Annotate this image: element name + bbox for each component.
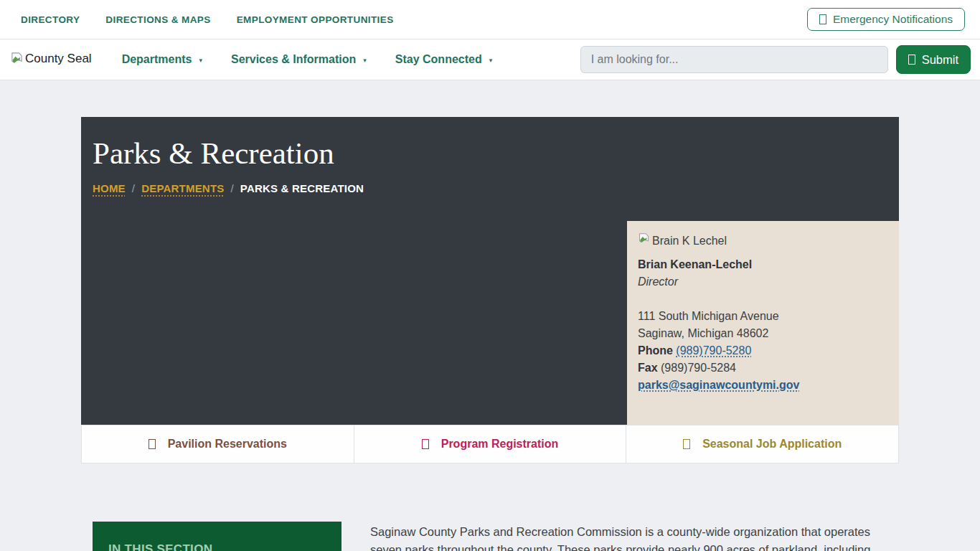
director-contact-card: Brain K Lechel Brian Keenan-Lechel Direc… [627,221,899,425]
in-this-section-title: IN THIS SECTION [108,542,341,551]
breadcrumb: HOME / DEPARTMENTS / PARKS & RECREATION [93,182,887,194]
chevron-down-icon: ▾ [199,57,202,64]
broken-image-icon [638,232,650,250]
section-nav-column: IN THIS SECTION [81,522,353,551]
address-line-2: Saginaw, Michigan 48602 [638,325,888,342]
fax-label: Fax [638,362,658,374]
chevron-down-icon: ▾ [489,57,493,64]
search-icon [908,55,915,65]
breadcrumb-current: PARKS & RECREATION [240,182,364,194]
breadcrumb-departments[interactable]: DEPARTMENTS [141,182,224,194]
county-seal-logo[interactable]: County Seal [10,52,92,68]
seasonal-job-application-icon [683,439,690,449]
chevron-down-icon: ▾ [363,57,367,64]
nav-menu-stay-connected[interactable]: Stay Connected ▾ [395,53,492,66]
program-registration-icon [422,439,429,449]
phone-link[interactable]: (989)790-5280 [676,344,751,357]
address-line-1: 111 South Michigan Avenue [638,308,888,325]
search-area: Submit [580,45,971,74]
broken-image-icon [10,52,24,68]
director-title: Director [638,273,888,291]
page-main: Parks & Recreation HOME / DEPARTMENTS / … [0,80,980,551]
search-submit-label: Submit [922,53,958,67]
fax-number: (989)790-5284 [661,362,736,374]
utility-links: DIRECTORY DIRECTIONS & MAPS EMPLOYMENT O… [21,14,394,25]
breadcrumb-home[interactable]: HOME [93,182,126,194]
seasonal-job-application-label: Seasonal Job Application [702,438,842,451]
main-navbar: County Seal Departments ▾ Services & Inf… [0,39,980,80]
search-input[interactable] [580,46,888,73]
seasonal-job-application-button[interactable]: Seasonal Job Application [626,425,899,463]
program-registration-label: Program Registration [441,438,559,451]
utility-link-employment[interactable]: EMPLOYMENT OPPORTUNITIES [237,14,394,25]
director-photo-alt-text: Brain K Lechel [652,232,727,250]
phone-label: Phone [638,344,673,357]
nav-menus: Departments ▾ Services & Information ▾ S… [122,53,493,66]
utility-link-directions-maps[interactable]: DIRECTIONS & MAPS [105,14,210,25]
page-body-row: IN THIS SECTION Saginaw County Parks and… [81,522,899,551]
utility-bar: DIRECTORY DIRECTIONS & MAPS EMPLOYMENT O… [0,0,980,39]
email-line: parks@saginawcountymi.gov [638,377,888,394]
intro-paragraph: Saginaw County Parks and Recreation Comm… [370,522,882,551]
in-this-section-header: IN THIS SECTION [93,522,341,551]
quick-action-row: Pavilion Reservations Program Registrati… [81,425,899,463]
nav-menu-services-label: Services & Information [231,53,356,66]
director-photo-broken: Brain K Lechel [638,232,888,250]
pavilion-reservations-label: Pavilion Reservations [168,438,287,451]
nav-menu-stay-connected-label: Stay Connected [395,53,482,66]
emergency-notifications-icon [819,14,826,24]
pavilion-reservations-button[interactable]: Pavilion Reservations [81,425,354,463]
director-name: Brian Keenan-Lechel [638,256,888,273]
program-registration-button[interactable]: Program Registration [354,425,627,463]
pavilion-reservations-icon [149,439,156,449]
intro-column: Saginaw County Parks and Recreation Comm… [353,522,899,551]
fax-line: Fax (989)790-5284 [638,359,888,377]
nav-menu-services-information[interactable]: Services & Information ▾ [231,53,367,66]
nav-menu-departments[interactable]: Departments ▾ [122,53,202,66]
page-hero: Parks & Recreation HOME / DEPARTMENTS / … [81,117,899,425]
emergency-notifications-button[interactable]: Emergency Notifications [807,8,965,31]
breadcrumb-separator: / [230,182,233,194]
county-seal-alt-text: County Seal [25,52,92,66]
emergency-notifications-label: Emergency Notifications [833,13,953,26]
phone-line: Phone (989)790-5280 [638,342,888,359]
email-link[interactable]: parks@saginawcountymi.gov [638,379,799,391]
search-submit-button[interactable]: Submit [896,45,971,74]
breadcrumb-separator: / [132,182,135,194]
utility-link-directory[interactable]: DIRECTORY [21,14,80,25]
nav-menu-departments-label: Departments [122,53,192,66]
content-container: Parks & Recreation HOME / DEPARTMENTS / … [81,117,899,551]
page-title: Parks & Recreation [93,131,887,176]
